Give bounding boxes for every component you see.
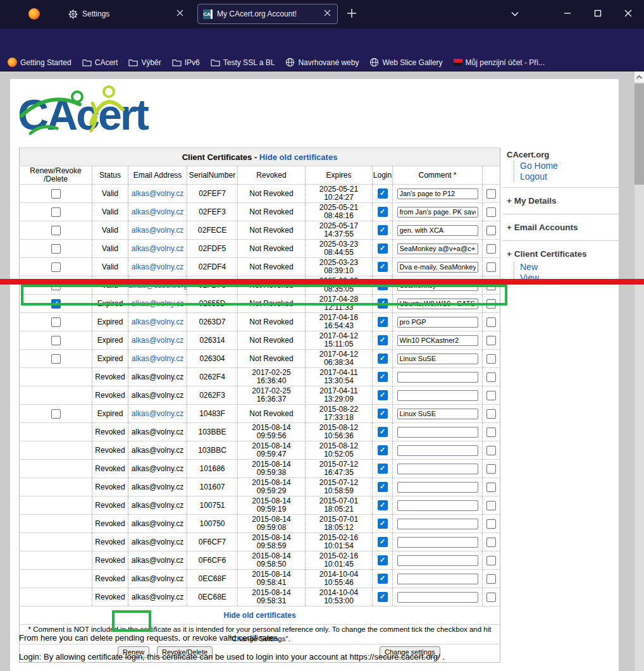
scrollbar-thumb[interactable] <box>635 83 644 185</box>
email-link[interactable]: alkas@volny.cz <box>132 354 184 363</box>
renew-checkbox[interactable] <box>51 189 61 199</box>
row-select-checkbox[interactable] <box>486 593 496 602</box>
renew-checkbox[interactable] <box>51 244 61 254</box>
login-checkbox[interactable] <box>378 262 388 272</box>
login-checkbox[interactable] <box>378 592 388 602</box>
comment-input[interactable] <box>397 262 478 273</box>
window-maximize-button[interactable] <box>592 8 604 22</box>
login-checkbox[interactable] <box>378 372 388 382</box>
login-checkbox[interactable] <box>378 188 388 199</box>
login-checkbox[interactable] <box>378 482 388 492</box>
renew-checkbox[interactable] <box>51 336 61 345</box>
row-select-checkbox[interactable] <box>486 483 496 492</box>
renew-checkbox[interactable] <box>51 354 61 364</box>
login-checkbox[interactable] <box>378 445 388 455</box>
row-select-checkbox[interactable] <box>486 519 496 529</box>
row-select-checkbox[interactable] <box>486 317 496 327</box>
tab-cacert-active[interactable]: CA My CAcert.org Account! <box>197 4 338 24</box>
login-checkbox[interactable] <box>378 537 388 547</box>
email-link[interactable]: alkas@volny.cz <box>132 262 184 271</box>
comment-input[interactable] <box>397 335 478 346</box>
renew-checkbox[interactable] <box>51 409 61 419</box>
sidebar-client-certificates[interactable]: + Client Certificates <box>503 246 619 262</box>
row-select-checkbox[interactable] <box>486 501 496 510</box>
comment-input[interactable] <box>397 445 478 456</box>
comment-input[interactable] <box>397 574 478 584</box>
row-select-checkbox[interactable] <box>486 464 496 474</box>
scrollbar[interactable] <box>635 71 644 671</box>
email-link[interactable]: alkas@volny.cz <box>132 409 184 418</box>
bookmark-getting-started[interactable]: Getting Started <box>8 58 71 67</box>
login-checkbox[interactable] <box>378 409 388 419</box>
comment-input[interactable] <box>397 555 478 566</box>
bookmark-penzijni-ucet[interactable]: Můj penzijní účet - Při... <box>454 58 545 67</box>
comment-input[interactable] <box>397 390 478 401</box>
row-select-checkbox[interactable] <box>486 391 496 400</box>
comment-input[interactable] <box>397 317 478 328</box>
login-checkbox[interactable] <box>378 574 388 584</box>
login-checkbox[interactable] <box>378 519 388 529</box>
bookmark-folder-cacert[interactable]: CAcert <box>82 58 118 67</box>
row-select-checkbox[interactable] <box>486 446 496 455</box>
login-checkbox[interactable] <box>378 317 388 327</box>
sidebar-go-home-link[interactable]: Go Home <box>520 161 619 171</box>
row-select-checkbox[interactable] <box>486 556 496 565</box>
comment-input[interactable] <box>397 188 478 199</box>
row-select-checkbox[interactable] <box>486 372 496 382</box>
row-select-checkbox[interactable] <box>486 409 496 419</box>
row-select-checkbox[interactable] <box>486 574 496 584</box>
tab-settings[interactable]: Settings <box>63 4 190 24</box>
comment-input[interactable] <box>397 500 478 511</box>
comment-input[interactable] <box>397 372 478 383</box>
comment-input[interactable] <box>397 482 478 493</box>
email-link[interactable]: alkas@volny.cz <box>132 189 184 198</box>
comment-input[interactable] <box>397 592 478 603</box>
renew-checkbox[interactable] <box>51 207 61 217</box>
sidebar-my-details[interactable]: + My Details <box>503 193 619 209</box>
email-link[interactable]: alkas@volny.cz <box>132 317 184 326</box>
tab-close-icon[interactable] <box>322 9 332 18</box>
email-link[interactable]: alkas@volny.cz <box>132 336 184 345</box>
comment-input[interactable] <box>397 464 478 474</box>
renew-checkbox[interactable] <box>51 226 61 235</box>
window-close-button[interactable] <box>622 8 634 22</box>
scrollbar-up-arrow[interactable] <box>635 71 644 82</box>
email-link[interactable]: alkas@volny.cz <box>132 207 184 216</box>
login-checkbox[interactable] <box>378 243 388 254</box>
login-checkbox[interactable] <box>378 500 388 510</box>
comment-input[interactable] <box>397 409 478 419</box>
comment-input[interactable] <box>397 537 478 548</box>
row-select-checkbox[interactable] <box>486 226 496 235</box>
email-link[interactable]: alkas@volny.cz <box>132 226 184 235</box>
comment-input[interactable] <box>397 243 478 254</box>
bookmark-web-slice-gallery[interactable]: Web Slice Gallery <box>369 58 442 67</box>
list-all-tabs-chevron-icon[interactable] <box>510 9 520 22</box>
login-checkbox[interactable] <box>378 390 388 400</box>
row-select-checkbox[interactable] <box>486 354 496 364</box>
comment-input[interactable] <box>397 427 478 438</box>
sidebar-new-link[interactable]: New <box>520 262 619 273</box>
renew-checkbox[interactable] <box>51 262 61 272</box>
row-select-checkbox[interactable] <box>486 207 496 217</box>
login-checkbox[interactable] <box>378 354 388 364</box>
hide-old-certificates-link-bottom[interactable]: Hide old certificates <box>224 611 296 620</box>
hide-old-certificates-link[interactable]: Hide old certificates <box>259 152 338 162</box>
row-select-checkbox[interactable] <box>486 244 496 254</box>
login-checkbox[interactable] <box>378 225 388 235</box>
login-checkbox[interactable] <box>378 335 388 345</box>
bookmark-navrhovane-weby[interactable]: Navrhované weby <box>285 58 359 67</box>
row-select-checkbox[interactable] <box>486 538 496 547</box>
login-checkbox[interactable] <box>378 207 388 217</box>
row-select-checkbox[interactable] <box>486 262 496 272</box>
login-checkbox[interactable] <box>378 555 388 565</box>
new-tab-button[interactable] <box>347 8 357 21</box>
comment-input[interactable] <box>397 519 478 529</box>
login-checkbox[interactable] <box>378 464 388 474</box>
login-checkbox[interactable] <box>378 427 388 437</box>
comment-input[interactable] <box>397 207 478 218</box>
window-minimize-button[interactable] <box>562 8 573 22</box>
email-link[interactable]: alkas@volny.cz <box>132 244 184 253</box>
renew-checkbox[interactable] <box>51 317 61 327</box>
sidebar-logout-link[interactable]: Logout <box>520 171 619 182</box>
sidebar-email-accounts[interactable]: + Email Accounts <box>503 219 619 235</box>
